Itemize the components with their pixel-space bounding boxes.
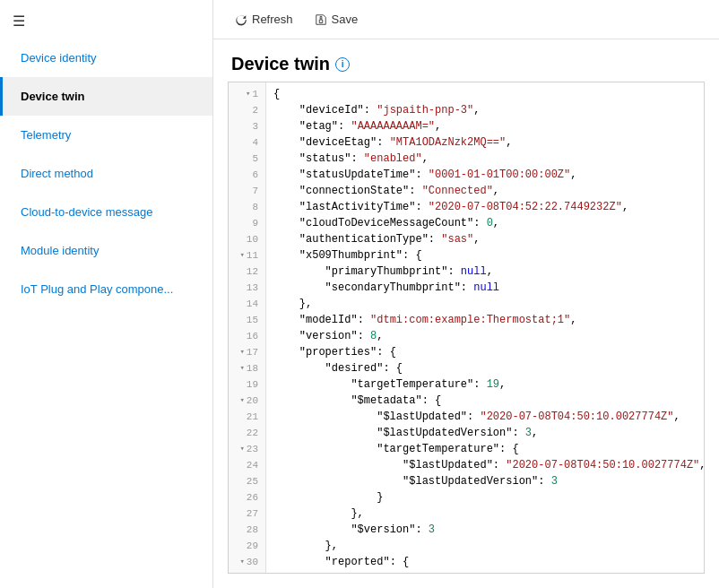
line-number: ▾11 — [229, 247, 265, 264]
collapse-arrow[interactable]: ▾ — [239, 344, 244, 360]
collapse-arrow[interactable]: ▾ — [239, 360, 244, 376]
sidebar-item-device-twin[interactable]: Device twin — [0, 77, 212, 116]
code-line: "connectionState": "Connected", — [273, 183, 705, 199]
line-number: 19 — [229, 376, 265, 393]
save-label: Save — [332, 13, 359, 26]
line-number: 21 — [229, 409, 265, 425]
line-number: ▾18 — [229, 360, 265, 376]
line-number: 5 — [229, 151, 265, 167]
sidebar-item-iot-plug[interactable]: IoT Plug and Play compone... — [0, 270, 212, 308]
code-line: "deviceEtag": "MTA1ODAzNzk2MQ==", — [273, 134, 705, 151]
sidebar-item-cloud-to-device[interactable]: Cloud-to-device message — [0, 193, 212, 231]
line-number: 24 — [229, 457, 265, 473]
collapse-arrow[interactable]: ▾ — [239, 441, 244, 457]
code-line: }, — [273, 538, 705, 554]
code-line: "deviceId": "jspaith-pnp-3", — [273, 102, 705, 118]
line-number: ▾17 — [229, 344, 265, 360]
collapse-arrow[interactable]: ▾ — [239, 247, 244, 264]
sidebar-item-module-identity[interactable]: Module identity — [0, 231, 212, 270]
code-line: "modelId": "dtmi:com:example:Thermostat;… — [273, 312, 705, 328]
line-number: ▾1 — [229, 86, 265, 102]
code-line: "lastActivityTime": "2020-07-08T04:52:22… — [273, 199, 705, 215]
code-line: }, — [273, 296, 705, 312]
code-line: "x509Thumbprint": { — [273, 247, 705, 264]
code-line: }, — [273, 506, 705, 522]
code-line: "secondaryThumbprint": null — [273, 280, 705, 296]
code-line: "etag": "AAAAAAAAAM=", — [273, 118, 705, 134]
line-numbers: ▾12345678910▾111213141516▾17▾1819▾202122… — [229, 82, 266, 574]
line-number: 14 — [229, 296, 265, 312]
code-line: "$lastUpdated": "2020-07-08T04:50:10.002… — [273, 457, 705, 473]
info-icon[interactable]: i — [335, 57, 350, 72]
save-button[interactable]: Save — [308, 9, 366, 30]
code-line: "cloudToDeviceMessageCount": 0, — [273, 215, 705, 231]
line-number: 8 — [229, 199, 265, 215]
code-line: "maxTempSinceLastReboot": 30, — [273, 570, 705, 574]
code-content: { "deviceId": "jspaith-pnp-3", "etag": "… — [266, 82, 705, 574]
collapse-arrow[interactable]: ▾ — [239, 393, 244, 409]
code-line: "desired": { — [273, 360, 705, 376]
line-number: 16 — [229, 328, 265, 344]
line-number: 28 — [229, 522, 265, 538]
line-number: 4 — [229, 134, 265, 151]
code-line: "statusUpdateTime": "0001-01-01T00:00:00… — [273, 167, 705, 183]
sidebar-item-telemetry[interactable]: Telemetry — [0, 116, 212, 154]
code-line: "status": "enabled", — [273, 151, 705, 167]
code-line: "authenticationType": "sas", — [273, 231, 705, 247]
line-number: 3 — [229, 118, 265, 134]
collapse-arrow[interactable]: ▾ — [246, 86, 250, 102]
line-number: ▾20 — [229, 393, 265, 409]
sidebar: ☰ Device identityDevice twinTelemetryDir… — [0, 0, 213, 588]
code-line: "targetTemperature": 19, — [273, 376, 705, 393]
code-line: "$version": 3 — [273, 522, 705, 538]
line-number: 26 — [229, 489, 265, 506]
line-number: ▾30 — [229, 554, 265, 570]
code-line: "$lastUpdatedVersion": 3 — [273, 473, 705, 489]
line-number: 9 — [229, 215, 265, 231]
line-number: 31 — [229, 570, 265, 574]
code-line: "primaryThumbprint": null, — [273, 264, 705, 280]
line-number: 13 — [229, 280, 265, 296]
editor-lines: ▾12345678910▾111213141516▾17▾1819▾202122… — [229, 82, 704, 574]
json-editor[interactable]: ▾12345678910▾111213141516▾17▾1819▾202122… — [228, 82, 705, 574]
line-number: 29 — [229, 538, 265, 554]
code-line: "$lastUpdatedVersion": 3, — [273, 425, 705, 441]
line-number: 25 — [229, 473, 265, 489]
code-line: { — [273, 86, 705, 102]
line-number: 10 — [229, 231, 265, 247]
code-line: } — [273, 489, 705, 506]
line-number: 7 — [229, 183, 265, 199]
page-header: Device twin i — [213, 39, 719, 82]
save-icon — [315, 13, 327, 26]
hamburger-icon[interactable]: ☰ — [0, 4, 212, 39]
refresh-label: Refresh — [252, 13, 293, 26]
main-content: Refresh Save Device twin i ▾12345678910▾… — [213, 0, 719, 588]
toolbar: Refresh Save — [213, 0, 719, 39]
page-title: Device twin — [231, 54, 330, 74]
line-number: 22 — [229, 425, 265, 441]
sidebar-item-direct-method[interactable]: Direct method — [0, 154, 212, 193]
sidebar-item-device-identity[interactable]: Device identity — [0, 39, 212, 77]
line-number: 6 — [229, 167, 265, 183]
refresh-icon — [235, 13, 247, 26]
code-line: "targetTemperature": { — [273, 441, 705, 457]
code-line: "$lastUpdated": "2020-07-08T04:50:10.002… — [273, 409, 705, 425]
line-number: 2 — [229, 102, 265, 118]
line-number: 12 — [229, 264, 265, 280]
line-number: ▾23 — [229, 441, 265, 457]
code-line: "$metadata": { — [273, 393, 705, 409]
line-number: 27 — [229, 506, 265, 522]
refresh-button[interactable]: Refresh — [228, 9, 300, 30]
code-line: "reported": { — [273, 554, 705, 570]
line-number: 15 — [229, 312, 265, 328]
code-line: "version": 8, — [273, 328, 705, 344]
collapse-arrow[interactable]: ▾ — [239, 554, 244, 570]
code-line: "properties": { — [273, 344, 705, 360]
